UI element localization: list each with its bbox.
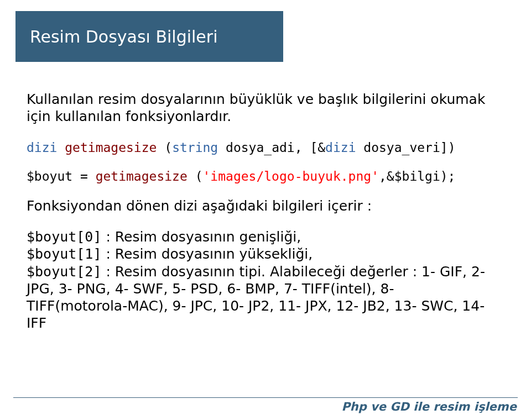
footer-rule <box>13 397 518 398</box>
return-desc: Fonksiyondan dönen dizi aşağıdaki bilgil… <box>27 198 498 214</box>
slide: Resim Dosyası Bilgileri Kullanılan resim… <box>0 0 531 420</box>
call-paren: ( <box>188 169 203 183</box>
function-signature: dizi getimagesize (string dosya_adi, [&d… <box>27 140 498 155</box>
sig-paren-open: ( <box>157 140 172 155</box>
item-2-code: $boyut[2] <box>27 264 101 280</box>
sig-arg1: dosya_adi, [& <box>218 140 325 155</box>
keyword-dizi-2: dizi <box>325 140 356 155</box>
call-lhs: $boyut = <box>27 169 96 183</box>
slide-title: Resim Dosyası Bilgileri <box>30 27 218 46</box>
intro-text: Kullanılan resim dosyalarının büyüklük v… <box>27 91 498 125</box>
call-fn: getimagesize <box>96 169 188 183</box>
item-1-text: : Resim dosyasının yüksekliği, <box>106 246 313 262</box>
footer-text: Php ve GD ile resim işleme <box>0 400 531 413</box>
keyword-string: string <box>172 140 218 155</box>
call-rest: ,&$bilgi); <box>379 169 455 183</box>
footer: Php ve GD ile resim işleme <box>0 397 531 413</box>
keyword-dizi: dizi <box>27 140 57 155</box>
function-call: $boyut = getimagesize ('images/logo-buyu… <box>27 169 498 183</box>
return-list: $boyut[0] : Resim dosyasının genişliği, … <box>27 228 498 332</box>
item-0-text: : Resim dosyasının genişliği, <box>106 229 301 245</box>
item-0-code: $boyut[0] <box>27 229 101 245</box>
title-box: Resim Dosyası Bilgileri <box>17 12 282 61</box>
content-area: Kullanılan resim dosyalarının büyüklük v… <box>27 91 498 332</box>
item-1-code: $boyut[1] <box>27 246 101 262</box>
call-string: 'images/logo-buyuk.png' <box>203 169 379 183</box>
function-name: getimagesize <box>65 140 157 155</box>
sig-arg2: dosya_veri]) <box>356 140 455 155</box>
